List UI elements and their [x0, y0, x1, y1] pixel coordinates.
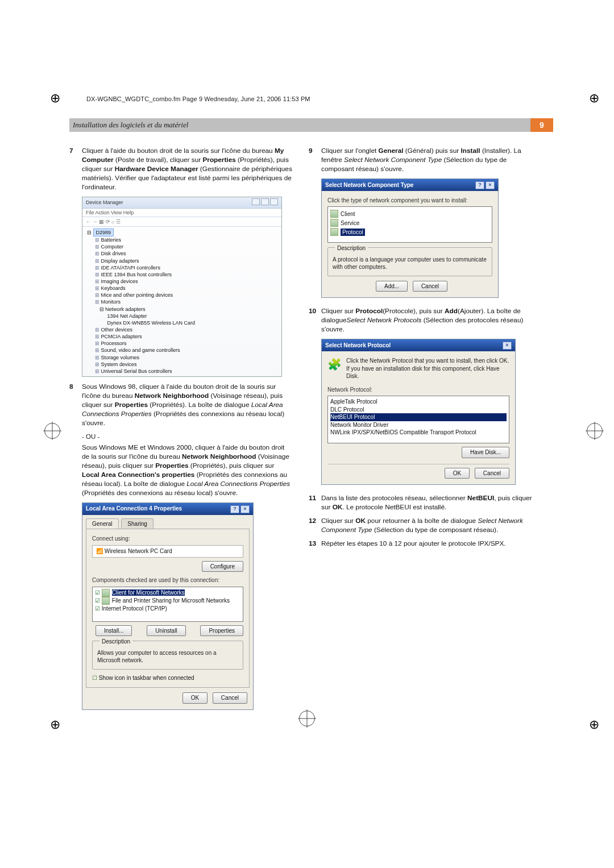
client-icon: [330, 210, 338, 218]
list-item: NetBEUI Protocol: [330, 413, 507, 421]
crop-mark: ⊕: [589, 91, 599, 106]
select-network-component-type-dialog: Select Network Component Type ?× Click t…: [321, 178, 499, 298]
step-7: 7 Cliquer à l'aide du bouton droit de la…: [69, 147, 293, 192]
ok-button[interactable]: OK: [182, 692, 208, 704]
step-text: Cliquer sur OK pour retourner à la boîte…: [321, 517, 532, 535]
step-text: Dans la liste des protocoles réseau, sél…: [321, 494, 532, 512]
menu-bar[interactable]: File Action View Help: [82, 209, 281, 217]
component-type-list[interactable]: Client Service Protocol: [327, 206, 492, 243]
instruction-text: Click the Network Protocol that you want…: [346, 357, 509, 380]
group-label: Description: [335, 244, 368, 252]
group-label: Description: [99, 638, 132, 646]
device-manager-window: Device Manager File Action View Help ← →…: [82, 197, 282, 377]
protocol-list[interactable]: AppleTalk Protocol DLC Protocol NetBEUI …: [327, 396, 509, 443]
list-item: File and Printer Sharing for Microsoft N…: [95, 597, 240, 605]
crop-mark: ⊕: [589, 717, 599, 732]
ok-button[interactable]: OK: [445, 468, 470, 479]
step-number: 11: [309, 494, 321, 512]
description-text: Allows your computer to access resources…: [97, 649, 238, 665]
dialog-title: Select Network Component Type: [325, 181, 413, 189]
registration-mark: [587, 423, 603, 439]
list-item: Client: [330, 210, 489, 218]
components-list[interactable]: Client for Microsoft Networks File and P…: [92, 587, 243, 622]
step-number: 8: [69, 383, 82, 428]
uninstall-button[interactable]: Uninstall: [147, 625, 185, 637]
cancel-button[interactable]: Cancel: [475, 468, 509, 479]
list-item: Internet Protocol (TCP/IP): [95, 605, 240, 613]
step-9: 9 Cliquer sur l'onglet General (Général)…: [309, 147, 532, 174]
service-icon: [102, 597, 110, 605]
properties-button[interactable]: Properties: [200, 625, 243, 637]
install-button[interactable]: Install...: [96, 625, 132, 637]
label: Click the type of network component you …: [327, 197, 492, 205]
step-text: Cliquer à l'aide du bouton droit de la s…: [82, 147, 293, 192]
configure-button[interactable]: Configure: [202, 561, 243, 572]
description-text: A protocol is a language your computer u…: [333, 256, 487, 271]
step-text: Sous Windows 98, cliquer à l'aide du bou…: [82, 383, 293, 428]
page-number: 9: [530, 118, 553, 132]
crop-mark: ⊕: [50, 717, 60, 732]
adapter-field: 📶 Wireless Network PC Card: [92, 545, 243, 558]
step-11: 11 Dans la liste des protocoles réseau, …: [309, 494, 532, 512]
cancel-button[interactable]: Cancel: [213, 692, 247, 704]
step-text: Sous Windows ME et Windows 2000, cliquer…: [82, 443, 293, 498]
lac-properties-dialog: Local Area Connection 4 Properties ?× Ge…: [82, 502, 254, 710]
step-number: 12: [309, 517, 321, 535]
client-icon: [102, 589, 110, 597]
window-controls[interactable]: ?×: [229, 505, 250, 513]
label: Network Protocol:: [327, 386, 509, 394]
dialog-title: Local Area Connection 4 Properties: [86, 505, 182, 513]
window-controls[interactable]: [251, 198, 278, 207]
list-item: Protocol: [330, 228, 489, 236]
registration-mark: [44, 423, 60, 439]
step-number: 9: [309, 147, 321, 174]
protocol-icon: [330, 228, 338, 236]
page-body: DX-WGNBC_WGDTC_combo.fm Page 9 Wednesday…: [69, 95, 553, 707]
step-text: Répéter les étapes 10 à 12 pour ajouter …: [321, 539, 532, 549]
step-13: 13 Répéter les étapes 10 à 12 pour ajout…: [309, 539, 532, 549]
list-item: Service: [330, 219, 489, 227]
protocol-icon: 🧩: [327, 357, 342, 372]
section-header-bar: Installation des logiciels et du matérie…: [69, 118, 553, 132]
list-item: Client for Microsoft Networks: [95, 589, 240, 597]
or-divider: - OU -: [82, 433, 293, 442]
window-controls[interactable]: ?×: [474, 181, 495, 189]
have-disk-button[interactable]: Have Disk...: [462, 447, 509, 458]
window-title: Device Manager: [86, 199, 123, 206]
toolbar[interactable]: ← → ▦ ⟳ ⌕ ☰: [82, 217, 281, 227]
list-item: DLC Protocol: [330, 406, 507, 414]
left-column: 7 Cliquer à l'aide du bouton droit de la…: [69, 147, 293, 719]
step-12: 12 Cliquer sur OK pour retourner à la bo…: [309, 517, 532, 535]
dialog-title: Select Network Protocol: [325, 342, 391, 350]
show-icon-checkbox[interactable]: Show icon in taskbar when connected: [92, 674, 243, 682]
section-title: Installation des logiciels et du matérie…: [69, 121, 188, 130]
list-item: Network Monitor Driver: [330, 421, 507, 429]
label: Connect using:: [92, 535, 243, 543]
device-tree[interactable]: ⊟ D2989 Batteries Computer Disk drives D…: [82, 227, 281, 376]
step-text: Cliquer sur Protocol(Protocole), puis su…: [321, 307, 532, 334]
list-item: NWLink IPX/SPX/NetBIOS Compatible Transp…: [330, 429, 507, 437]
tab-general[interactable]: General: [86, 518, 119, 529]
add-button[interactable]: Add...: [376, 281, 408, 292]
cancel-button[interactable]: Cancel: [413, 281, 447, 292]
step-8: 8 Sous Windows 98, cliquer à l'aide du b…: [69, 383, 293, 428]
label: Components checked are used by this conn…: [92, 576, 243, 584]
step-10: 10 Cliquer sur Protocol(Protocole), puis…: [309, 307, 532, 334]
tab-sharing[interactable]: Sharing: [121, 518, 153, 529]
window-controls[interactable]: ×: [501, 341, 512, 350]
right-column: 9 Cliquer sur l'onglet General (Général)…: [309, 147, 532, 719]
crop-mark: ⊕: [50, 91, 60, 106]
step-number: 7: [69, 147, 82, 192]
list-item: AppleTalk Protocol: [330, 398, 507, 406]
step-8-alt: Sous Windows ME et Windows 2000, cliquer…: [69, 443, 293, 498]
step-text: Cliquer sur l'onglet General (Général) p…: [321, 147, 532, 174]
step-number: 10: [309, 307, 321, 334]
step-number: 13: [309, 539, 321, 549]
service-icon: [330, 219, 338, 227]
running-head: DX-WGNBC_WGDTC_combo.fm Page 9 Wednesday…: [86, 95, 553, 102]
select-network-protocol-dialog: Select Network Protocol × 🧩 Click the Ne…: [321, 339, 516, 485]
